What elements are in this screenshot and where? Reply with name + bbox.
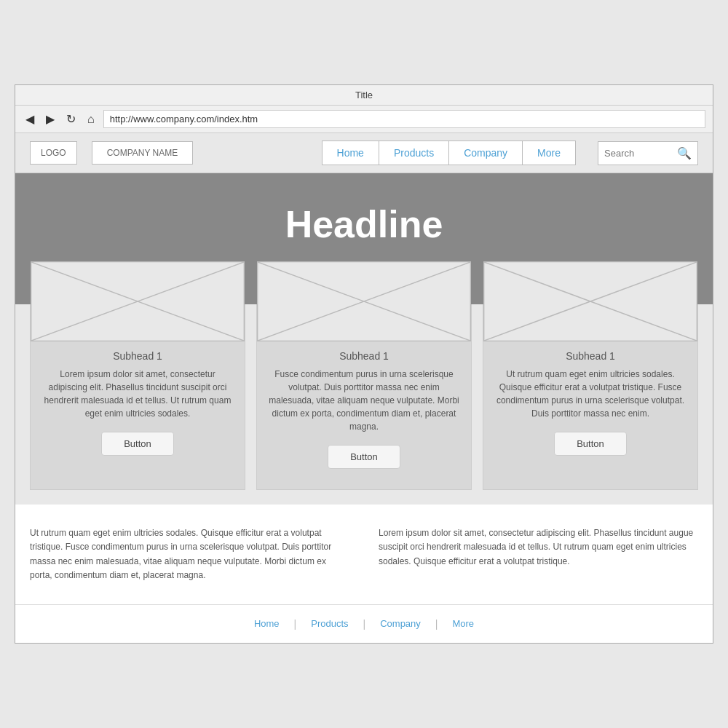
card-1-body: Subhead 1 Lorem ipsum dolor sit amet, co… xyxy=(31,341,245,476)
card-2-subhead: Subhead 1 xyxy=(269,350,459,362)
browser-titlebar: Title xyxy=(15,85,713,106)
site-footer: Home | Products | Company | More xyxy=(15,604,713,643)
search-icon[interactable]: 🔍 xyxy=(677,146,692,160)
search-input[interactable] xyxy=(604,148,677,159)
card-2: Subhead 1 Fusce condimentum purus in urn… xyxy=(256,261,472,490)
browser-toolbar: ◀ ▶ ↻ ⌂ xyxy=(15,106,713,133)
footer-more[interactable]: More xyxy=(438,618,488,629)
back-button[interactable]: ◀ xyxy=(23,111,37,127)
hero-title: Headline xyxy=(285,202,443,246)
svg-line-8 xyxy=(484,262,697,341)
content-section: Ut rutrum quam eget enim ultricies sodal… xyxy=(15,505,713,604)
card-2-body: Subhead 1 Fusce condimentum purus in urn… xyxy=(257,341,471,489)
card-3-subhead: Subhead 1 xyxy=(495,350,686,362)
site-header: LOGO COMPANY NAME Home Products Company … xyxy=(15,133,713,173)
card-1-image xyxy=(31,261,245,341)
card-3-image xyxy=(483,261,697,341)
url-bar[interactable] xyxy=(103,110,705,128)
forward-button[interactable]: ▶ xyxy=(43,111,58,127)
svg-rect-0 xyxy=(31,262,244,341)
card-2-button[interactable]: Button xyxy=(328,445,400,469)
svg-rect-6 xyxy=(484,262,697,341)
nav-home[interactable]: Home xyxy=(322,141,379,165)
search-box: 🔍 xyxy=(598,141,698,165)
card-1-text: Lorem ipsum dolor sit amet, consectetur … xyxy=(42,368,233,420)
card-2-text: Fusce condimentum purus in urna sceleris… xyxy=(269,368,459,433)
browser-title: Title xyxy=(355,90,373,100)
logo-box: LOGO xyxy=(30,141,77,165)
content-text-1: Ut rutrum quam eget enim ultricies sodal… xyxy=(30,526,349,582)
content-text-2: Lorem ipsum dolor sit amet, consectetur … xyxy=(379,526,698,569)
content-col-1: Ut rutrum quam eget enim ultricies sodal… xyxy=(30,526,349,582)
nav-products[interactable]: Products xyxy=(379,141,448,165)
svg-line-5 xyxy=(258,262,470,341)
home-button[interactable]: ⌂ xyxy=(84,111,98,127)
logo-label: LOGO xyxy=(41,148,66,158)
svg-line-7 xyxy=(484,262,697,341)
svg-rect-3 xyxy=(258,262,470,341)
footer-company[interactable]: Company xyxy=(365,618,435,629)
card-1-button[interactable]: Button xyxy=(101,432,174,456)
refresh-button[interactable]: ↻ xyxy=(63,111,79,127)
svg-line-1 xyxy=(31,262,244,341)
svg-line-2 xyxy=(31,262,244,341)
svg-line-4 xyxy=(258,262,470,341)
cards-section: Subhead 1 Lorem ipsum dolor sit amet, co… xyxy=(15,261,713,505)
nav-links: Home Products Company More xyxy=(322,141,576,165)
card-3-body: Subhead 1 Ut rutrum quam eget enim ultri… xyxy=(483,341,697,476)
card-3: Subhead 1 Ut rutrum quam eget enim ultri… xyxy=(483,261,698,490)
card-3-button[interactable]: Button xyxy=(554,432,627,456)
content-col-2: Lorem ipsum dolor sit amet, consectetur … xyxy=(379,526,698,582)
card-1-subhead: Subhead 1 xyxy=(42,350,233,362)
nav-company[interactable]: Company xyxy=(448,141,522,165)
browser-window: Title ◀ ▶ ↻ ⌂ LOGO COMPANY NAME Home Pro… xyxy=(15,84,713,644)
card-2-image xyxy=(257,261,471,341)
footer-home[interactable]: Home xyxy=(240,618,294,629)
card-1: Subhead 1 Lorem ipsum dolor sit amet, co… xyxy=(30,261,245,490)
company-name-box: COMPANY NAME xyxy=(92,141,194,165)
nav-more[interactable]: More xyxy=(522,141,576,165)
company-name: COMPANY NAME xyxy=(107,148,178,158)
footer-products[interactable]: Products xyxy=(296,618,363,629)
card-3-text: Ut rutrum quam eget enim ultricies sodal… xyxy=(495,368,686,420)
